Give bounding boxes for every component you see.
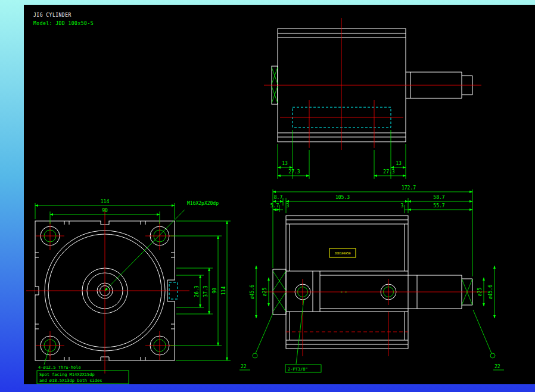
dia-right-inner: ø25 (477, 288, 483, 297)
dim-cap-minor-57: 5.7 (270, 203, 279, 209)
note-line-2: Spot facing M14X2X15dp (39, 372, 95, 377)
drawing-title: JIG CYLINDER (33, 13, 71, 18)
dim-rod-side-587: 58.7 (433, 195, 444, 200)
thread-spec-label: M16X2pX20dp (187, 201, 219, 206)
dim-wall-left-3: 3 (287, 203, 290, 209)
dia-left-inner: ø25 (262, 288, 268, 297)
callout-22-left: 22 (241, 364, 247, 369)
dim-wall-right-3: 3 (401, 203, 404, 209)
dia-right-outer: ø45.6 (488, 285, 493, 299)
dim-rod-len-557: 55.7 (433, 203, 444, 209)
note-line-1: 4-ø12.5 Thru-hole (38, 365, 81, 370)
dim-13-right: 13 (396, 161, 402, 166)
dim-27-right: 27.3 (383, 169, 394, 175)
center-marks: ✳ ✳ (341, 290, 347, 294)
dim-width-114: 114 (101, 199, 110, 204)
port-label: 2-PT3/8" (288, 367, 308, 372)
cad-viewport: JIG CYLINDER Model: JDD 100x50-S (0, 0, 535, 392)
dim-port-height-37: 37.3 (203, 285, 209, 297)
dim-cap-87: 8.7 (274, 195, 283, 200)
dim-height-114: 114 (221, 287, 226, 295)
drawing-model: Model: JDD 100x50-S (33, 21, 94, 26)
dim-total-172: 172.7 (402, 185, 416, 191)
dim-27-left: 27.3 (288, 169, 300, 175)
dia-left-outer: ø45.6 (250, 285, 255, 299)
dim-bolt-span-v-90: 90 (212, 288, 217, 294)
dim-bolt-span-90: 90 (102, 208, 108, 213)
nameplate-text: JDD100X50 (334, 251, 350, 255)
dim-13-left: 13 (282, 161, 288, 166)
callout-22-right: 22 (494, 364, 500, 369)
dim-port-width-26: 26.3 (194, 285, 200, 297)
dim-body-1053: 105.3 (335, 195, 350, 200)
note-line-3: and ø18.5X13dp both sides (39, 378, 102, 383)
